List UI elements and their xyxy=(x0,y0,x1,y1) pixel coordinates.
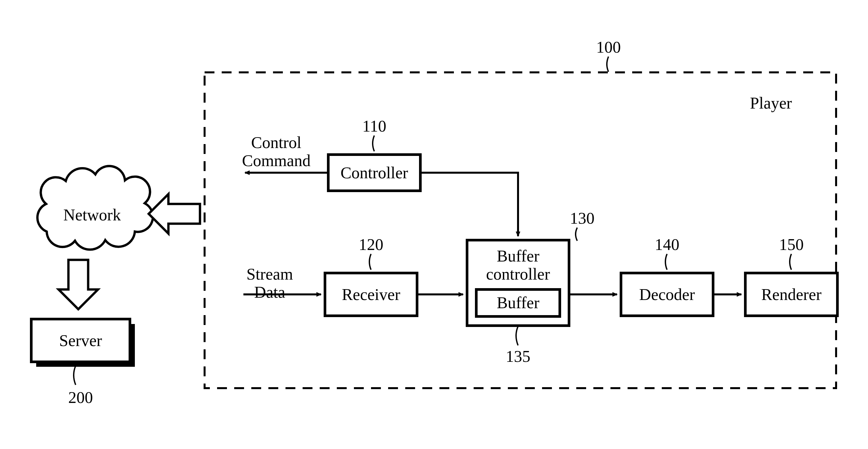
server-block: Server xyxy=(31,319,135,367)
network-label: Network xyxy=(63,206,121,224)
player-ref-tick xyxy=(607,57,609,72)
player-label: Player xyxy=(750,94,792,112)
server-label: Server xyxy=(59,331,102,350)
buffer-controller-label-l1: Buffer xyxy=(497,247,539,265)
buffer-controller-label-l2: controller xyxy=(486,265,550,283)
control-command-l1: Control xyxy=(251,133,302,152)
renderer-ref-tick xyxy=(790,254,792,270)
network-cloud: Network xyxy=(37,166,153,250)
svg-marker-6 xyxy=(149,194,200,234)
block-diagram: Player 100 Controller 110 Receiver 120 B… xyxy=(0,0,868,449)
arrow-controller-to-buffer xyxy=(420,173,518,236)
stream-data-l2: Data xyxy=(254,283,285,301)
controller-ref: 110 xyxy=(362,117,386,135)
player-box xyxy=(205,72,836,388)
controller-block: Controller xyxy=(328,155,420,191)
buffer-controller-ref: 130 xyxy=(570,209,595,227)
control-command-l2: Command xyxy=(242,151,310,170)
player-ref: 100 xyxy=(596,38,621,56)
stream-data-l1: Stream xyxy=(246,265,293,283)
server-ref: 200 xyxy=(68,388,93,407)
decoder-label: Decoder xyxy=(639,285,695,304)
renderer-label: Renderer xyxy=(761,285,822,304)
server-ref-tick xyxy=(74,366,76,385)
decoder-block: Decoder xyxy=(621,273,713,316)
renderer-block: Renderer xyxy=(745,273,837,316)
controller-ref-tick xyxy=(373,136,374,151)
buffer-controller-block: Buffer controller Buffer xyxy=(467,240,569,326)
arrow-player-to-network xyxy=(149,194,200,234)
controller-label: Controller xyxy=(340,163,408,182)
buffer-label: Buffer xyxy=(497,293,539,312)
receiver-label: Receiver xyxy=(342,285,400,304)
buffer-ref-tick xyxy=(516,326,518,346)
receiver-block: Receiver xyxy=(325,273,417,316)
receiver-ref-tick xyxy=(369,254,371,270)
renderer-ref: 150 xyxy=(779,235,804,253)
arrow-network-to-server xyxy=(59,260,98,309)
receiver-ref: 120 xyxy=(359,235,383,253)
svg-marker-7 xyxy=(59,260,98,309)
decoder-ref-tick xyxy=(665,254,667,270)
buffer-ref: 135 xyxy=(506,347,530,365)
buffer-controller-ref-tick xyxy=(576,228,577,241)
decoder-ref: 140 xyxy=(655,235,680,253)
